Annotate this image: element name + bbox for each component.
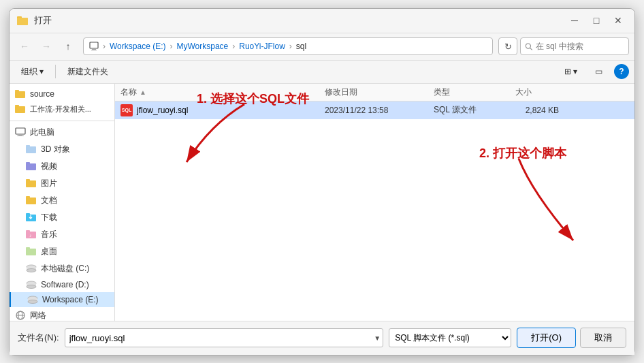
search-input[interactable] bbox=[536, 42, 624, 51]
sidebar: source 工作流-开发相关... 此电脑 bbox=[10, 84, 115, 321]
pc-sidebar-icon bbox=[15, 127, 26, 137]
video-icon bbox=[26, 161, 37, 171]
nav-toolbar: ← → ↑ › Workspace (E:) › MyWorkspace › R… bbox=[10, 33, 634, 61]
breadcrumb-myworkspace[interactable]: MyWorkspace bbox=[176, 42, 228, 51]
close-button[interactable]: ✕ bbox=[609, 13, 628, 28]
sidebar-item-doc[interactable]: 文档 bbox=[10, 192, 114, 209]
sidebar-label-download: 下载 bbox=[41, 212, 57, 223]
pc-icon bbox=[89, 42, 99, 51]
file-list: SQL jflow_ruoyi.sql 2023/11/22 13:58 SQL… bbox=[115, 101, 634, 321]
sidebar-item-3d[interactable]: 3D 对象 bbox=[10, 141, 114, 158]
maximize-button[interactable]: □ bbox=[587, 13, 606, 28]
svg-point-6 bbox=[526, 44, 530, 48]
breadcrumb-sep2: › bbox=[170, 42, 172, 51]
search-icon bbox=[525, 42, 533, 51]
download-icon bbox=[26, 212, 37, 222]
sidebar-label-drive-c: 本地磁盘 (C:) bbox=[41, 263, 89, 274]
sidebar-item-image[interactable]: 图片 bbox=[10, 175, 114, 192]
title-bar-left: 打开 bbox=[16, 14, 52, 27]
forward-button[interactable]: → bbox=[37, 37, 56, 56]
svg-rect-26 bbox=[26, 230, 30, 232]
col-size[interactable]: 大小 bbox=[510, 84, 564, 101]
svg-rect-13 bbox=[18, 134, 22, 136]
up-button[interactable]: ↑ bbox=[59, 37, 78, 56]
sidebar-item-video[interactable]: 视频 bbox=[10, 158, 114, 175]
sort-arrow-name: ▲ bbox=[140, 89, 146, 96]
sidebar-sep1 bbox=[10, 117, 114, 121]
svg-line-7 bbox=[530, 48, 532, 50]
sidebar-item-desktop[interactable]: 桌面 bbox=[10, 243, 114, 260]
cancel-button[interactable]: 取消 bbox=[580, 328, 626, 348]
organize-button[interactable]: 组织 ▾ bbox=[15, 63, 50, 80]
filename-dropdown-icon[interactable]: ▼ bbox=[374, 334, 381, 342]
organize-toolbar: 组织 ▾ 新建文件夹 ⊞ ▾ ▭ ? bbox=[10, 61, 634, 84]
minimize-button[interactable]: ─ bbox=[565, 13, 584, 28]
breadcrumb-ruoyi[interactable]: RuoYi-JFlow bbox=[239, 42, 285, 51]
sidebar-item-music[interactable]: ♪ 音乐 bbox=[10, 226, 114, 243]
new-folder-button[interactable]: 新建文件夹 bbox=[61, 63, 114, 80]
svg-rect-20 bbox=[26, 179, 30, 181]
sidebar-item-drive-e[interactable]: Workspace (E:) bbox=[10, 292, 114, 307]
col-name[interactable]: 名称 ▲ bbox=[115, 84, 319, 101]
folder-icon bbox=[15, 89, 26, 99]
svg-rect-24 bbox=[26, 213, 30, 215]
view-button[interactable]: ⊞ ▾ bbox=[558, 64, 583, 79]
svg-rect-8 bbox=[15, 91, 25, 98]
sidebar-label-image: 图片 bbox=[41, 178, 57, 189]
breadcrumb-bar: › Workspace (E:) › MyWorkspace › RuoYi-J… bbox=[83, 37, 493, 55]
folder-icon-2 bbox=[15, 104, 26, 114]
sql-file-icon: SQL bbox=[120, 104, 133, 116]
svg-rect-28 bbox=[26, 249, 36, 255]
svg-rect-3 bbox=[90, 42, 98, 48]
col-type[interactable]: 类型 bbox=[428, 84, 510, 101]
svg-rect-19 bbox=[26, 180, 36, 187]
sidebar-item-workflow[interactable]: 工作流-开发相关... bbox=[10, 101, 114, 117]
svg-rect-14 bbox=[17, 136, 24, 136]
help-icon: ? bbox=[619, 67, 624, 76]
file-pane: 名称 ▲ 修改日期 类型 大小 SQL bbox=[115, 84, 634, 321]
network-icon bbox=[15, 311, 26, 320]
pane-icon: ▭ bbox=[595, 67, 602, 76]
help-button[interactable]: ? bbox=[614, 64, 629, 79]
svg-rect-9 bbox=[15, 90, 19, 92]
svg-rect-17 bbox=[26, 163, 36, 170]
svg-rect-18 bbox=[26, 162, 30, 164]
svg-text:♪: ♪ bbox=[29, 233, 32, 238]
filename-input[interactable] bbox=[65, 328, 384, 347]
sidebar-item-source[interactable]: source bbox=[10, 86, 114, 101]
pane-button[interactable]: ▭ bbox=[589, 64, 609, 79]
sidebar-item-download[interactable]: 下载 bbox=[10, 209, 114, 226]
back-button[interactable]: ← bbox=[15, 37, 34, 56]
svg-rect-2 bbox=[17, 18, 28, 25]
svg-rect-21 bbox=[26, 198, 36, 204]
sidebar-item-drive-d[interactable]: Software (D:) bbox=[10, 277, 114, 292]
svg-rect-16 bbox=[26, 145, 30, 147]
search-bar[interactable] bbox=[520, 37, 629, 55]
filetype-select[interactable]: SQL 脚本文件 (*.sql) bbox=[389, 328, 511, 347]
sidebar-label-3d: 3D 对象 bbox=[41, 144, 70, 155]
svg-rect-11 bbox=[15, 105, 19, 107]
title-bar: 打开 ─ □ ✕ bbox=[10, 9, 634, 33]
sidebar-item-pc[interactable]: 此电脑 bbox=[10, 124, 114, 141]
open-button[interactable]: 打开(O) bbox=[517, 328, 576, 348]
drive-c-icon bbox=[26, 264, 37, 272]
file-row[interactable]: SQL jflow_ruoyi.sql 2023/11/22 13:58 SQL… bbox=[115, 101, 634, 119]
breadcrumb-workspace[interactable]: Workspace (E:) bbox=[110, 42, 165, 51]
svg-rect-12 bbox=[16, 128, 25, 134]
toolbar-separator bbox=[55, 65, 56, 78]
refresh-button[interactable]: ↻ bbox=[498, 37, 517, 55]
svg-rect-22 bbox=[26, 196, 30, 198]
svg-rect-15 bbox=[26, 146, 36, 153]
file-date-cell: 2023/11/22 13:58 bbox=[319, 106, 428, 115]
sidebar-item-network[interactable]: 网络 bbox=[10, 307, 114, 321]
sidebar-item-drive-c[interactable]: 本地磁盘 (C:) bbox=[10, 260, 114, 277]
drive-d-icon bbox=[26, 281, 37, 289]
col-date[interactable]: 修改日期 bbox=[319, 84, 428, 101]
filename-label: 文件名(N): bbox=[18, 332, 59, 344]
view-icon: ⊞ ▾ bbox=[564, 67, 577, 76]
3d-icon bbox=[26, 144, 37, 154]
svg-point-38 bbox=[28, 300, 37, 303]
drive-e-icon bbox=[27, 296, 38, 304]
file-type-cell: SQL 源文件 bbox=[428, 104, 510, 116]
breadcrumb-sql: sql bbox=[296, 42, 306, 51]
